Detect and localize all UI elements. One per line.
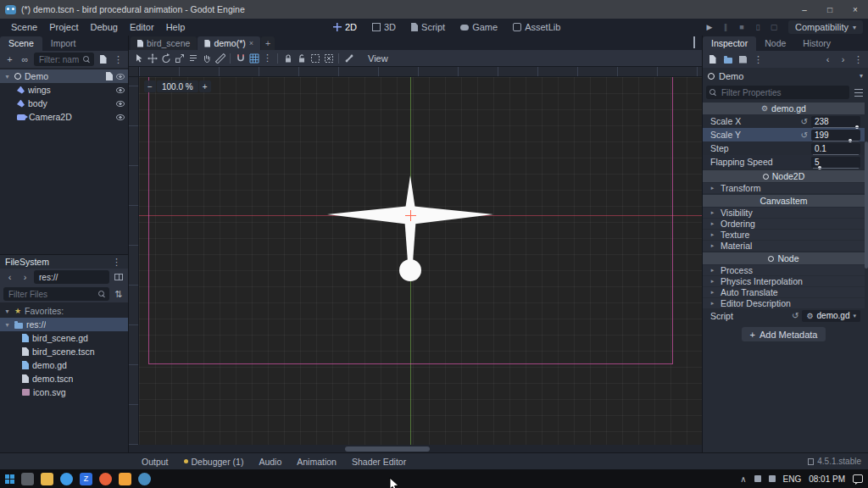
workspace-2d[interactable]: 2D (327, 22, 363, 32)
close-button[interactable]: × (843, 0, 868, 19)
maximize-button[interactable]: □ (817, 0, 843, 19)
workspace-assetlib[interactable]: AssetLib (507, 22, 566, 32)
scrollbar-thumb[interactable] (345, 446, 430, 452)
taskbar-app-blue[interactable]: Z (80, 473, 92, 485)
group-texture[interactable]: ▸ Texture (703, 230, 865, 240)
scene-tab-bird-scene[interactable]: bird_scene (131, 36, 197, 50)
remote-debug-button[interactable]: ▯ (751, 23, 765, 31)
visibility-eye-icon[interactable] (116, 101, 125, 107)
tab-node[interactable]: Node (756, 36, 794, 51)
resource-menu-button[interactable]: ⋮ (752, 53, 765, 66)
attached-script-icon[interactable] (106, 72, 113, 80)
menu-scene[interactable]: Scene (5, 22, 43, 32)
scene-tree-menu-button[interactable]: ⋮ (112, 53, 125, 66)
edited-node-row[interactable]: Demo ▾ (703, 68, 868, 84)
stop-button[interactable]: ■ (735, 23, 748, 31)
movie-maker-button[interactable]: ▢ (767, 23, 781, 31)
tab-history[interactable]: History (794, 36, 839, 51)
select-tool-button[interactable] (132, 52, 145, 65)
file-row-bird-scene-gd[interactable]: bird_scene.gd (0, 331, 128, 345)
list-select-tool-button[interactable] (186, 52, 199, 65)
skeleton-options-button[interactable] (342, 52, 355, 65)
category-node2d[interactable]: Node2D (703, 170, 865, 182)
load-resource-button[interactable] (721, 53, 734, 66)
menu-help[interactable]: Help (160, 22, 192, 32)
inspector-scrollbar[interactable] (865, 141, 868, 269)
sort-files-button[interactable]: ⇅ (112, 287, 125, 301)
visibility-eye-icon[interactable] (116, 74, 125, 80)
unlock-selected-button[interactable] (295, 52, 308, 65)
group-physics-interpolation[interactable]: ▸ Physics Interpolation (703, 276, 865, 286)
scene-tab-demo[interactable]: demo(*) × (198, 36, 260, 50)
property-tools-button[interactable] (852, 86, 865, 99)
taskbar-app-red[interactable] (99, 473, 112, 485)
expand-arrow-icon[interactable]: ▾ (3, 321, 11, 329)
category-canvasitem[interactable]: CanvasItem (703, 195, 865, 207)
chevron-down-icon[interactable]: ▾ (860, 72, 863, 80)
group-material[interactable]: ▸ Material (703, 241, 865, 251)
expand-arrow-icon[interactable]: ▾ (3, 308, 11, 315)
group-transform[interactable]: ▸ Transform (703, 183, 865, 193)
menu-debug[interactable]: Debug (84, 22, 123, 32)
menu-project[interactable]: Project (43, 22, 84, 32)
distraction-free-button[interactable] (693, 37, 695, 47)
notification-center-icon[interactable] (853, 474, 863, 483)
file-row-bird-scene-tscn[interactable]: bird_scene.tscn (0, 345, 128, 358)
workspace-script[interactable]: Script (405, 22, 451, 32)
scene-tree-row-body[interactable]: body (0, 97, 128, 110)
smart-snap-button[interactable] (234, 52, 247, 65)
expand-arrow-icon[interactable]: ▾ (3, 73, 11, 80)
property-row-flapping-speed[interactable]: Flapping Speed 5 (703, 155, 865, 169)
new-resource-button[interactable] (706, 53, 719, 66)
slider-grabber[interactable] (849, 139, 852, 142)
scale-x-value[interactable]: 238 (811, 116, 860, 127)
inspector-menu-button[interactable]: ⋮ (852, 53, 865, 66)
step-value[interactable]: 0.1 (811, 143, 860, 154)
visibility-eye-icon[interactable] (116, 114, 125, 120)
taskbar-app-orange[interactable] (119, 473, 131, 485)
tray-icon[interactable] (754, 475, 761, 482)
taskbar-app-godot[interactable] (138, 473, 151, 485)
group-ordering[interactable]: ▸ Ordering (703, 219, 865, 229)
tray-expand-caret[interactable]: ∧ (740, 474, 746, 484)
rotate-tool-button[interactable] (159, 52, 172, 65)
revert-icon[interactable]: ↺ (801, 117, 808, 126)
view-menu-button[interactable]: View (361, 53, 395, 64)
zoom-out-button[interactable]: − (144, 80, 156, 92)
zoom-level[interactable]: 100.0 % (157, 80, 198, 92)
tab-inspector[interactable]: Inspector (703, 36, 756, 51)
script-property-row[interactable]: Script ↺ ⚙ demo.gd ▾ (703, 308, 865, 323)
scene-tree-row-demo[interactable]: ▾ Demo (0, 69, 128, 83)
close-tab-icon[interactable]: × (249, 39, 253, 47)
tab-audio[interactable]: Audio (251, 453, 289, 469)
scale-tool-button[interactable] (173, 52, 186, 65)
move-tool-button[interactable] (146, 52, 159, 65)
minimize-button[interactable]: – (792, 0, 817, 19)
flapping-speed-value[interactable]: 5 (811, 157, 860, 168)
inspector-back-button[interactable]: ‹ (821, 53, 834, 66)
add-metadata-button[interactable]: + Add Metadata (742, 327, 826, 341)
script-value-box[interactable]: ⚙ demo.gd ▾ (802, 310, 860, 322)
language-indicator[interactable]: ENG (783, 474, 802, 484)
slider-grabber[interactable] (855, 125, 859, 129)
lock-selected-button[interactable] (281, 52, 294, 65)
ungroup-selected-button[interactable] (322, 52, 335, 65)
tab-animation[interactable]: Animation (289, 453, 344, 469)
group-selected-button[interactable] (309, 52, 321, 65)
group-process[interactable]: ▸ Process (703, 265, 865, 275)
tab-import[interactable]: Import (42, 36, 85, 51)
add-node-button[interactable]: + (3, 53, 16, 66)
filesystem-menu-button[interactable]: ⋮ (110, 255, 123, 269)
bird-shape[interactable] (326, 175, 495, 294)
snap-options-button[interactable]: ⋮ (261, 52, 274, 65)
revert-icon[interactable]: ↺ (792, 311, 798, 320)
visibility-eye-icon[interactable] (116, 87, 125, 93)
start-button[interactable] (5, 474, 14, 484)
tray-icon[interactable] (769, 475, 776, 482)
file-filter-input[interactable] (7, 289, 96, 300)
taskbar-app-explorer[interactable] (41, 473, 53, 485)
file-row-icon-svg[interactable]: icon.svg (0, 385, 128, 399)
history-back-button[interactable]: ‹ (3, 270, 16, 284)
grid-snap-button[interactable] (248, 52, 260, 65)
group-auto-translate[interactable]: ▸ Auto Translate (703, 287, 865, 297)
